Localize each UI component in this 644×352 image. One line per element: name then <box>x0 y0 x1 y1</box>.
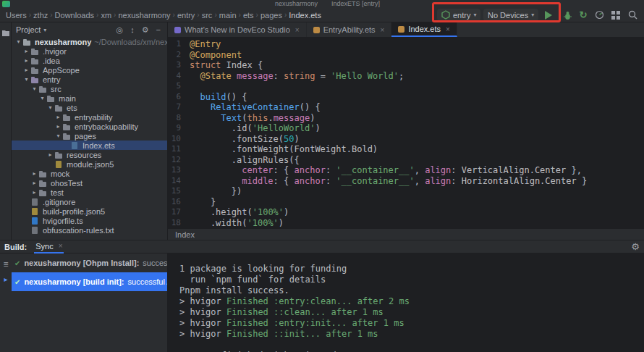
tree-item[interactable]: ▸entrybackupability <box>12 122 167 131</box>
tree-item[interactable]: ▾nexusharmony~/Downloads/xm/nexusharmony <box>12 37 167 46</box>
chevron-icon[interactable]: ▾ <box>38 95 46 101</box>
debug-button[interactable] <box>562 9 573 20</box>
code-line[interactable]: 14 middle: { anchor: '__container__', al… <box>168 176 644 187</box>
project-panel-title[interactable]: Project <box>16 25 41 34</box>
tree-item[interactable]: obfuscation-rules.txt <box>12 225 167 235</box>
chevron-icon[interactable]: ▸ <box>22 48 30 54</box>
close-icon[interactable]: × <box>59 242 63 250</box>
expand-collapse-icon[interactable]: ↕ <box>128 25 137 34</box>
code-line[interactable]: 12 .alignRules({ <box>168 155 644 166</box>
tree-item[interactable]: ▸entryability <box>12 112 167 122</box>
code-line[interactable]: 8 Text(this.message) <box>168 113 644 124</box>
build-run-item[interactable]: ✔nexusharmony [Ohpm Install]: successful… <box>12 253 167 272</box>
editor-breadcrumb-item[interactable]: Index <box>175 230 195 239</box>
device-selector[interactable]: No Devices ▾ <box>483 9 538 21</box>
panel-settings-gear-icon[interactable]: ⚙ <box>140 25 151 35</box>
tree-item[interactable]: hvigorfile.ts <box>12 216 167 225</box>
code-line[interactable]: 2@Component <box>168 50 644 61</box>
tab-sync[interactable]: Sync × <box>34 240 64 253</box>
tree-item[interactable]: ▾entry <box>12 75 167 84</box>
code-line[interactable]: 3struct Index { <box>168 60 644 71</box>
code-line[interactable]: 5 <box>168 81 644 92</box>
tree-item[interactable]: module.json5 <box>12 159 167 169</box>
code-line[interactable]: 9 .id('HelloWorld') <box>168 123 644 134</box>
chevron-icon[interactable]: ▾ <box>30 85 38 92</box>
locate-file-icon[interactable]: ◎ <box>114 25 126 35</box>
breadcrumb-item[interactable]: Downloads <box>55 11 94 20</box>
breadcrumb-item[interactable]: src <box>202 11 213 20</box>
tree-item[interactable]: build-profile.json5 <box>12 206 167 216</box>
close-icon[interactable]: × <box>381 26 385 34</box>
tree-item[interactable]: ▸resources <box>12 150 167 159</box>
code-line[interactable]: 17 .height('100%') <box>168 207 644 218</box>
code-line[interactable]: 13 center: { anchor: '__container__', al… <box>168 165 644 176</box>
project-tool-icon[interactable] <box>1 27 10 40</box>
breadcrumb-item[interactable]: zthz <box>33 11 48 20</box>
code-line[interactable]: 10 .fontSize(50) <box>168 134 644 145</box>
chevron-icon[interactable]: ▾ <box>22 76 30 83</box>
tree-item[interactable]: ▸.idea <box>12 56 167 65</box>
code-lines: 1@Entry2@Component3struct Index {4 @Stat… <box>168 39 644 228</box>
breadcrumb-item[interactable]: main <box>219 11 237 20</box>
build-run-list[interactable]: ✔nexusharmony [Ohpm Install]: successful… <box>12 253 168 352</box>
chevron-icon[interactable]: ▸ <box>22 67 30 73</box>
chevron-icon[interactable]: ▸ <box>54 114 62 120</box>
filter-icon[interactable]: ≡ <box>1 259 10 269</box>
project-tree[interactable]: ▾nexusharmony~/Downloads/xm/nexusharmony… <box>12 37 167 235</box>
code-line[interactable]: 11 .fontWeight(FontWeight.Bold) <box>168 144 644 155</box>
breadcrumb-item[interactable]: xm <box>101 11 111 20</box>
chevron-icon[interactable]: ▸ <box>30 170 38 177</box>
breadcrumb-item[interactable]: entry <box>177 11 195 20</box>
module-selector[interactable]: entry ▾ <box>437 9 480 21</box>
chevron-icon[interactable]: ▸ <box>46 151 54 158</box>
code-line[interactable]: 4 @State message: string = 'Hello World'… <box>168 71 644 82</box>
code-line[interactable]: 1@Entry <box>168 39 644 50</box>
profiler-button[interactable] <box>593 9 605 20</box>
console-line: > hvigor Finished ::init... after 1 ms <box>179 329 644 340</box>
build-settings-gear-icon[interactable]: ⚙ <box>631 241 640 252</box>
editor-tab[interactable]: EntryAbility.ets× <box>307 22 392 37</box>
tree-item[interactable]: ▸mock <box>12 169 167 178</box>
chevron-icon[interactable]: ▾ <box>46 104 54 111</box>
chevron-icon[interactable]: ▾ <box>14 38 22 45</box>
chevron-icon[interactable]: ▸ <box>30 180 38 186</box>
search-button[interactable] <box>627 9 638 20</box>
code-line[interactable]: 15 }) <box>168 186 644 197</box>
close-icon[interactable]: × <box>295 26 300 34</box>
build-run-item[interactable]: ✔nexusharmony [build init]: successful A… <box>12 272 167 291</box>
breadcrumb-item[interactable]: pages <box>260 11 282 20</box>
breadcrumb-item[interactable]: nexusharmony <box>118 11 170 20</box>
chevron-icon[interactable]: ▸ <box>30 189 38 196</box>
chevron-icon[interactable]: ▾ <box>54 133 62 139</box>
code-line[interactable]: 16 } <box>168 197 644 208</box>
tree-item[interactable]: ▾ets <box>12 103 167 112</box>
run-button[interactable] <box>543 9 554 20</box>
tree-item[interactable]: ▸.hvigor <box>12 46 167 56</box>
ets-icon <box>70 141 80 150</box>
code-line[interactable]: 7 RelativeContainer() { <box>168 102 644 113</box>
tree-item[interactable]: ▾src <box>12 84 167 93</box>
code-editor[interactable]: 1@Entry2@Component3struct Index {4 @Stat… <box>168 38 644 228</box>
tree-item[interactable]: .gitignore <box>12 197 167 206</box>
build-console[interactable]: 1 package is looking for funding run `np… <box>168 253 644 352</box>
tree-item[interactable]: ▸ohosTest <box>12 178 167 188</box>
code-line[interactable]: 6 build() { <box>168 92 644 103</box>
sync-button[interactable]: ↻ <box>577 9 589 20</box>
editor-tab[interactable]: Index.ets× <box>391 22 457 37</box>
chevron-icon[interactable]: ▸ <box>22 57 30 64</box>
tree-item[interactable]: Index.ets <box>12 141 167 150</box>
breadcrumb-item[interactable]: Index.ets <box>289 11 321 20</box>
tree-item[interactable]: ▾pages <box>12 131 167 141</box>
window-titlebar: nexusharmony IndexETS [entry] <box>0 0 644 7</box>
tree-item[interactable]: ▸test <box>12 188 167 197</box>
tree-item[interactable]: ▸AppScope <box>12 65 167 75</box>
tool-windows-button[interactable] <box>610 9 622 20</box>
code-line[interactable]: 18 .width('100%') <box>168 218 644 229</box>
editor-tab[interactable]: What's New in DevEco Studio× <box>168 22 307 37</box>
chevron-icon[interactable]: ▸ <box>54 123 62 130</box>
breadcrumb-item[interactable]: ets <box>243 11 254 20</box>
hide-panel-icon[interactable]: − <box>154 25 163 34</box>
breadcrumb-item[interactable]: Users <box>6 11 27 20</box>
tree-item[interactable]: ▾main <box>12 93 167 103</box>
close-icon[interactable]: × <box>446 25 450 33</box>
